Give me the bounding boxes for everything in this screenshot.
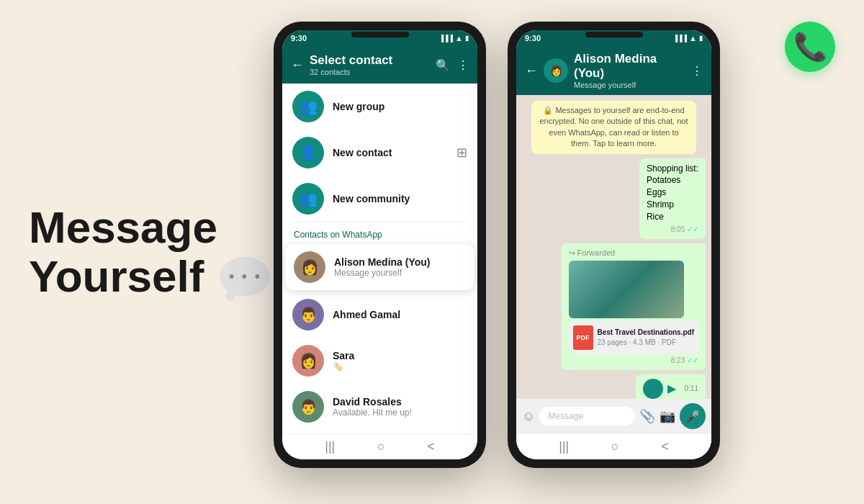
signal-icon: ▐▐▐ [439,35,453,42]
header-name-area: Alison Medina (You) Message yourself [574,52,685,89]
hero-line1: Message [29,203,270,252]
nav-home-2[interactable]: ○ [611,439,619,454]
pdf-name: Best Travel Destinations.pdf [598,328,694,338]
shopping-list-text: Shopping list: Potatoes Eggs Shrimp Rice [647,163,698,223]
new-community-label: New community [333,193,467,204]
status-icons-1: ▐▐▐ ▲ ▮ [439,34,469,42]
hero-line2: Yourself [29,252,204,301]
new-contact-info: New contact [333,147,448,158]
new-contact-item[interactable]: 👤 New contact ⊞ [282,130,477,176]
header-title-area: Select contact 32 contacts [310,53,430,76]
search-icon[interactable]: 🔍 [436,58,450,72]
camera-icon[interactable]: 📷 [660,408,675,424]
contact-david[interactable]: 👨 David Rosales Available. Hit me up! [282,384,477,430]
dots-icon: • • • [229,267,261,286]
voice-bubble: ▶ 0:11 8:52 ✓✓ [636,374,706,399]
pdf-meta: 23 pages · 4.3 MB · PDF [598,338,694,348]
shopping-time: 8:05 ✓✓ [647,225,698,235]
voice-duration: 0:11 [685,384,698,394]
alison-name: Alison Medina (You) [334,256,466,268]
chat-header-name: Alison Medina (You) [574,52,685,81]
header-subtitle-1: 32 contacts [310,68,430,76]
sara-avatar: 👩 [292,345,324,377]
ahmed-info: Ahmed Gamal [333,309,467,320]
encryption-notice: 🔒 Messages to yourself are end-to-end en… [531,101,697,154]
phone-notch-2 [585,32,643,37]
section-label: Contacts on WhatsApp [282,222,477,243]
chat-bubble-icon: • • • [220,257,270,297]
new-group-icon: 👥 [292,91,324,122]
new-community-icon: 👥 [292,183,324,215]
alison-info: Alison Medina (You) Message yourself [334,256,466,278]
play-icon[interactable]: ▶ [667,381,676,397]
new-community-info: New community [333,193,467,204]
forwarded-image-bubble: ↪ Forwarded PDF Best Travel Destinations… [562,243,706,370]
forwarded-label-1: ↪ Forwarded [569,248,698,258]
mic-button[interactable]: 🎤 [680,403,706,429]
phone-notch-1 [351,32,409,37]
new-contact-icon: 👤 [292,137,324,168]
tick-icon: ✓✓ [687,225,698,233]
pdf-attachment: PDF Best Travel Destinations.pdf 23 page… [569,321,698,354]
header-icons-2: ⋮ [691,64,703,78]
encryption-text: 🔒 Messages to yourself are end-to-end en… [539,106,688,148]
ahmed-avatar: 👨 [292,299,324,330]
david-status: Available. Hit me up! [333,408,467,418]
nav-back[interactable]: < [427,439,435,454]
nav-home[interactable]: ○ [377,439,385,454]
battery-icon-2: ▮ [699,35,703,42]
phone-2-header: ← 👩 Alison Medina (You) Message yourself… [516,46,711,95]
sara-emoji: 🏷️ [333,361,467,372]
pdf-time: 8:23 ✓✓ [569,356,698,366]
wa-phone-icon: 📞 [793,31,827,63]
chat-header-subtitle: Message yourself [574,81,685,89]
hero-section: Message Yourself • • • [29,203,270,301]
back-button-2[interactable]: ← [525,63,538,78]
ahmed-name: Ahmed Gamal [333,309,467,320]
more-icon[interactable]: ⋮ [457,58,469,72]
contact-list: 👥 New group 👤 New contact ⊞ 👥 [282,84,477,433]
david-info: David Rosales Available. Hit me up! [333,396,467,418]
alison-header-avatar: 👩 [544,58,568,83]
new-group-item[interactable]: 👥 New group [282,84,477,130]
header-icons-1: 🔍 ⋮ [436,58,469,72]
phone-1-nav: ||| ○ < [282,433,477,459]
new-group-label: New group [333,101,467,112]
more-icon-2[interactable]: ⋮ [691,64,703,78]
alison-status: Message yourself [334,268,466,278]
forward-icon: ↪ [569,248,575,257]
contact-ahmed[interactable]: 👨 Ahmed Gamal [282,292,477,338]
pdf-info: Best Travel Destinations.pdf 23 pages · … [598,328,694,348]
qr-icon[interactable]: ⊞ [456,145,467,161]
phone-1: 9:30 ▐▐▐ ▲ ▮ ← Select contact 32 contact… [274,22,486,468]
hero-title: Message Yourself • • • [29,203,270,301]
chat-input-bar: ☺ Message 📎 📷 🎤 [516,399,711,433]
sara-name: Sara [333,350,467,361]
new-group-info: New group [333,101,467,112]
alison-avatar: 👩 [294,251,325,283]
nav-apps[interactable]: ||| [325,439,335,454]
sara-info: Sara 🏷️ [333,350,467,372]
phone-1-header: ← Select contact 32 contacts 🔍 ⋮ [282,46,477,84]
signal-icon-2: ▐▐▐ [673,35,687,42]
message-input[interactable]: Message [539,407,635,426]
emoji-icon[interactable]: ☺ [522,409,535,424]
phone-2-screen: 9:30 ▐▐▐ ▲ ▮ ← 👩 Alison Medina (You) Mes… [516,30,711,459]
time-label: 8:05 [671,225,685,233]
attach-icon[interactable]: 📎 [639,408,655,424]
new-community-item[interactable]: 👥 New community [282,176,477,222]
phone-2: 9:30 ▐▐▐ ▲ ▮ ← 👩 Alison Medina (You) Mes… [508,22,720,468]
wifi-icon-2: ▲ [689,34,697,42]
whatsapp-logo: 📞 [785,22,835,72]
contact-sara[interactable]: 👩 Sara 🏷️ [282,338,477,384]
nav-apps-2[interactable]: ||| [559,439,569,454]
forwarded-text-1: Forwarded [577,248,616,257]
voice-content: ▶ 0:11 [643,379,698,399]
david-name: David Rosales [333,396,467,408]
new-contact-label: New contact [333,147,448,158]
mic-icon: 🎤 [685,410,700,423]
david-avatar: 👨 [292,391,324,423]
nav-back-2[interactable]: < [661,439,669,454]
back-button-1[interactable]: ← [291,58,304,73]
contact-alison[interactable]: 👩 Alison Medina (You) Message yourself [285,244,474,290]
